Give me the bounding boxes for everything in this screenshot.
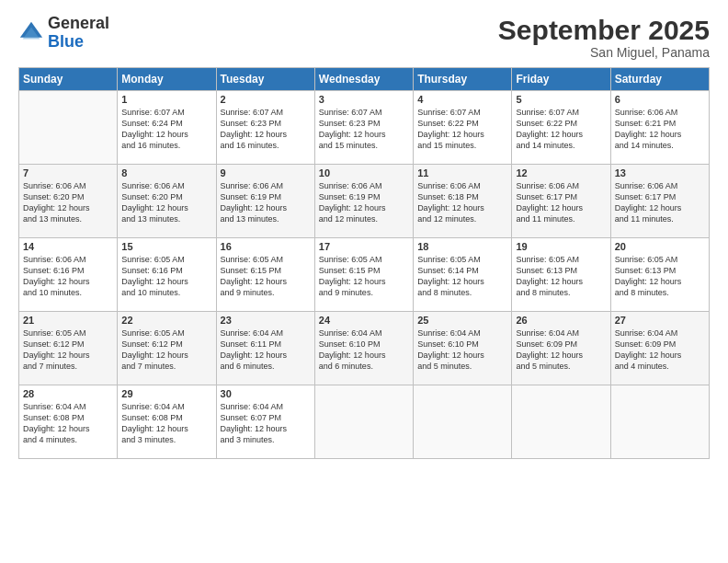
calendar-cell [414,385,512,459]
day-number: 8 [121,167,211,178]
calendar-cell: 14Sunrise: 6:06 AM Sunset: 6:16 PM Dayli… [19,238,118,312]
calendar-cell: 1Sunrise: 6:07 AM Sunset: 6:24 PM Daylig… [118,91,216,165]
day-info: Sunrise: 6:04 AM Sunset: 6:09 PM Dayligh… [615,327,705,373]
calendar-cell: 17Sunrise: 6:05 AM Sunset: 6:15 PM Dayli… [314,238,413,312]
day-number: 3 [319,94,409,105]
day-number: 9 [221,167,311,178]
col-tuesday: Tuesday [216,68,314,91]
calendar-cell [314,385,413,459]
day-info: Sunrise: 6:06 AM Sunset: 6:20 PM Dayligh… [23,180,113,225]
day-number: 24 [319,315,409,326]
day-info: Sunrise: 6:04 AM Sunset: 6:11 PM Dayligh… [221,327,311,373]
day-info: Sunrise: 6:05 AM Sunset: 6:13 PM Dayligh… [516,254,606,299]
calendar-cell: 7Sunrise: 6:06 AM Sunset: 6:20 PM Daylig… [19,165,118,238]
calendar-cell: 28Sunrise: 6:04 AM Sunset: 6:08 PM Dayli… [19,385,118,459]
day-number: 20 [615,241,705,252]
day-number: 30 [221,388,311,399]
calendar-cell: 5Sunrise: 6:07 AM Sunset: 6:22 PM Daylig… [512,91,610,165]
day-number: 28 [23,388,113,399]
calendar-cell: 25Sunrise: 6:04 AM Sunset: 6:10 PM Dayli… [414,312,512,385]
day-info: Sunrise: 6:06 AM Sunset: 6:17 PM Dayligh… [615,180,705,225]
calendar-table: Sunday Monday Tuesday Wednesday Thursday… [18,67,710,459]
calendar-cell: 18Sunrise: 6:05 AM Sunset: 6:14 PM Dayli… [414,238,512,312]
calendar-cell: 16Sunrise: 6:05 AM Sunset: 6:15 PM Dayli… [216,238,314,312]
calendar-cell: 15Sunrise: 6:05 AM Sunset: 6:16 PM Dayli… [118,238,216,312]
day-info: Sunrise: 6:06 AM Sunset: 6:19 PM Dayligh… [221,180,311,225]
calendar-cell: 13Sunrise: 6:06 AM Sunset: 6:17 PM Dayli… [610,165,709,238]
day-info: Sunrise: 6:05 AM Sunset: 6:16 PM Dayligh… [121,254,211,299]
day-info: Sunrise: 6:05 AM Sunset: 6:12 PM Dayligh… [23,327,113,373]
calendar-cell: 21Sunrise: 6:05 AM Sunset: 6:12 PM Dayli… [19,312,118,385]
calendar-cell: 2Sunrise: 6:07 AM Sunset: 6:23 PM Daylig… [216,91,314,165]
calendar-cell: 9Sunrise: 6:06 AM Sunset: 6:19 PM Daylig… [216,165,314,238]
calendar-week-1: 1Sunrise: 6:07 AM Sunset: 6:24 PM Daylig… [19,91,710,165]
day-info: Sunrise: 6:07 AM Sunset: 6:24 PM Dayligh… [121,107,211,152]
month-title: September 2025 [498,15,710,45]
day-number: 23 [221,315,311,326]
day-number: 18 [417,241,507,252]
calendar-week-4: 21Sunrise: 6:05 AM Sunset: 6:12 PM Dayli… [19,312,710,385]
calendar-cell: 8Sunrise: 6:06 AM Sunset: 6:20 PM Daylig… [118,165,216,238]
day-number: 7 [23,167,113,178]
day-info: Sunrise: 6:06 AM Sunset: 6:21 PM Dayligh… [615,107,705,152]
calendar-cell: 20Sunrise: 6:05 AM Sunset: 6:13 PM Dayli… [610,238,709,312]
calendar-cell: 22Sunrise: 6:05 AM Sunset: 6:12 PM Dayli… [118,312,216,385]
day-info: Sunrise: 6:05 AM Sunset: 6:15 PM Dayligh… [221,254,311,299]
calendar-week-5: 28Sunrise: 6:04 AM Sunset: 6:08 PM Dayli… [19,385,710,459]
day-info: Sunrise: 6:06 AM Sunset: 6:18 PM Dayligh… [417,180,507,225]
col-sunday: Sunday [19,68,118,91]
day-number: 15 [121,241,211,252]
day-info: Sunrise: 6:06 AM Sunset: 6:20 PM Dayligh… [121,180,211,225]
day-number: 13 [615,167,705,178]
day-info: Sunrise: 6:04 AM Sunset: 6:07 PM Dayligh… [221,401,311,446]
day-info: Sunrise: 6:07 AM Sunset: 6:22 PM Dayligh… [417,107,507,152]
calendar-cell: 12Sunrise: 6:06 AM Sunset: 6:17 PM Dayli… [512,165,610,238]
calendar-cell: 3Sunrise: 6:07 AM Sunset: 6:23 PM Daylig… [314,91,413,165]
day-info: Sunrise: 6:06 AM Sunset: 6:16 PM Dayligh… [23,254,113,299]
day-number: 19 [516,241,606,252]
header: General Blue September 2025 San Miguel, … [18,15,710,60]
day-number: 1 [121,94,211,105]
calendar-cell: 23Sunrise: 6:04 AM Sunset: 6:11 PM Dayli… [216,312,314,385]
day-number: 5 [516,94,606,105]
col-thursday: Thursday [414,68,512,91]
day-number: 29 [121,388,211,399]
calendar-cell: 6Sunrise: 6:06 AM Sunset: 6:21 PM Daylig… [610,91,709,165]
col-saturday: Saturday [610,68,709,91]
day-info: Sunrise: 6:05 AM Sunset: 6:14 PM Dayligh… [417,254,507,299]
day-info: Sunrise: 6:07 AM Sunset: 6:22 PM Dayligh… [516,107,606,152]
calendar-week-2: 7Sunrise: 6:06 AM Sunset: 6:20 PM Daylig… [19,165,710,238]
day-info: Sunrise: 6:04 AM Sunset: 6:09 PM Dayligh… [516,327,606,373]
logo: General Blue [18,15,109,52]
day-info: Sunrise: 6:05 AM Sunset: 6:15 PM Dayligh… [319,254,409,299]
day-number: 16 [221,241,311,252]
col-wednesday: Wednesday [314,68,413,91]
location-subtitle: San Miguel, Panama [498,45,710,60]
day-number: 10 [319,167,409,178]
logo-text: General Blue [48,15,109,52]
day-info: Sunrise: 6:04 AM Sunset: 6:08 PM Dayligh… [121,401,211,446]
header-row: Sunday Monday Tuesday Wednesday Thursday… [19,68,710,91]
day-number: 2 [221,94,311,105]
day-number: 21 [23,315,113,326]
day-info: Sunrise: 6:06 AM Sunset: 6:17 PM Dayligh… [516,180,606,225]
calendar-cell [610,385,709,459]
calendar-week-3: 14Sunrise: 6:06 AM Sunset: 6:16 PM Dayli… [19,238,710,312]
calendar-cell [19,91,118,165]
calendar-cell: 26Sunrise: 6:04 AM Sunset: 6:09 PM Dayli… [512,312,610,385]
calendar-cell: 29Sunrise: 6:04 AM Sunset: 6:08 PM Dayli… [118,385,216,459]
col-friday: Friday [512,68,610,91]
day-number: 6 [615,94,705,105]
col-monday: Monday [118,68,216,91]
day-number: 25 [417,315,507,326]
day-info: Sunrise: 6:04 AM Sunset: 6:10 PM Dayligh… [319,327,409,373]
day-number: 4 [417,94,507,105]
title-block: September 2025 San Miguel, Panama [498,15,710,60]
day-number: 17 [319,241,409,252]
calendar-cell: 4Sunrise: 6:07 AM Sunset: 6:22 PM Daylig… [414,91,512,165]
day-number: 14 [23,241,113,252]
day-info: Sunrise: 6:06 AM Sunset: 6:19 PM Dayligh… [319,180,409,225]
day-info: Sunrise: 6:07 AM Sunset: 6:23 PM Dayligh… [319,107,409,152]
calendar-cell: 19Sunrise: 6:05 AM Sunset: 6:13 PM Dayli… [512,238,610,312]
calendar-cell: 11Sunrise: 6:06 AM Sunset: 6:18 PM Dayli… [414,165,512,238]
